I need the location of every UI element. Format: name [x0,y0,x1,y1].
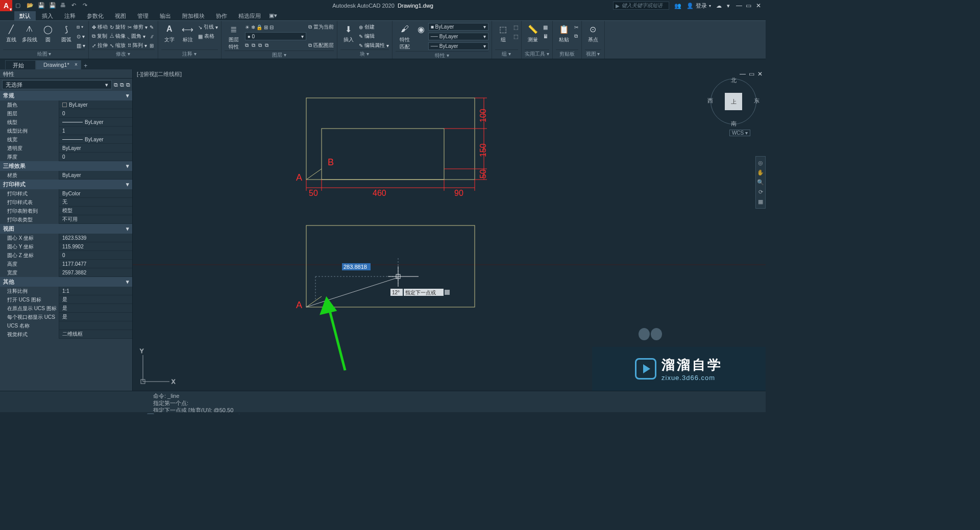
layer-tool1[interactable]: ⧉ [245,41,249,49]
tab-view[interactable]: 视图 [110,11,131,20]
property-row[interactable]: 打开 UCS 图标是 [0,295,132,304]
panel-group-title[interactable]: 组 ▾ [495,49,518,59]
panel-util-title[interactable]: 实用工具 ▾ [525,49,549,59]
trim-button[interactable]: ✂ 修剪 ▾ [128,23,148,31]
property-row[interactable]: 线宽ByLayer [0,135,132,144]
nav-orbit-icon[interactable]: ⟳ [758,189,763,195]
cat-misc[interactable]: 其他▾ [0,277,132,287]
property-row[interactable]: 打印表附着到模型 [0,207,132,215]
color-combobox[interactable]: ■ ByLayer▾ [428,23,488,31]
circle-button[interactable]: ◯圆 [40,23,56,43]
property-row[interactable]: 厚度0 [0,153,132,161]
panel-block-title[interactable]: 块 ▾ [340,49,389,59]
stretch-button[interactable]: ⤢ 拉伸 [92,41,108,49]
modify-icon3[interactable]: ⊞ [150,41,155,49]
draw-more3[interactable]: ▥ ▾ [77,41,85,49]
color-big-button[interactable]: ◉ [416,23,426,35]
nav-pan-icon[interactable]: ✋ [757,169,764,176]
qat-saveas-icon[interactable]: 💾 [49,2,56,9]
help-search-input[interactable]: ▶ 键入关键字或短语 [613,2,669,10]
qat-save-icon[interactable]: 💾 [38,2,45,9]
cat-general[interactable]: 常规▾ [0,91,132,100]
property-row[interactable]: 线型比例1 [0,127,132,135]
group-tool1[interactable]: ⬚ [513,23,518,31]
infocenter-icon[interactable]: 👥 [674,3,681,9]
tab-addins[interactable]: 附加模块 [177,11,210,20]
close-tab-icon[interactable]: × [75,62,78,67]
sign-in-button[interactable]: 👤登录▾ [687,2,711,10]
lineweight-combobox[interactable]: ── ByLayer▾ [428,33,488,40]
modify-icon1[interactable]: ✎ [150,23,155,31]
tab-insert[interactable]: 插入 [37,11,58,20]
tab-expand-icon[interactable]: ▣▾ [267,11,279,20]
select-objects-icon[interactable]: ⧉ [120,82,124,88]
copy-button[interactable]: ⧉ 复制 [92,32,108,40]
layer-tool2[interactable]: ⧉ [252,41,255,49]
panel-view-title[interactable]: 视图 ▾ [585,49,601,59]
property-row[interactable]: 圆心 Z 坐标0 [0,251,132,260]
table-button[interactable]: ▦ 表格 [198,32,218,40]
arc-button[interactable]: ⟆圆弧 [58,23,75,43]
minimize-button[interactable]: — [735,2,743,9]
close-button[interactable]: ✕ [754,2,763,9]
draw-more2[interactable]: ⊙ ▾ [77,32,85,40]
tab-collab[interactable]: 协作 [211,11,232,20]
layer-properties-button[interactable]: ≣图层 特性 [225,23,243,51]
help-dropdown-icon[interactable]: ▾ [727,3,730,9]
match-layer-button[interactable]: ⧉ 匹配图层 [308,41,334,49]
make-current-button[interactable]: ⧉ 置为当前 [308,23,334,31]
dimension-button[interactable]: ⟷标注 [180,23,196,43]
rotate-button[interactable]: ↻ 旋转 [110,23,126,31]
command-line[interactable]: ✕ ▸ ▾ LINE 指定下一点或[退出(E) 放弃(U)]: [0,412,766,414]
property-row[interactable]: 打印样式表无 [0,198,132,207]
cat-view[interactable]: 视图▾ [0,224,132,234]
tab-default[interactable]: 默认 [14,11,36,20]
drawing-canvas[interactable]: [-][俯视][二维线框] — ▭ ✕ A B 50 [133,69,766,391]
qat-plot-icon[interactable]: 🖶 [60,2,67,9]
property-row[interactable]: 打印表类型不可用 [0,215,132,224]
mirror-button[interactable]: ⧊ 镜像 [110,32,126,40]
linetype-combobox[interactable]: ── ByLayer▾ [428,42,488,50]
property-row[interactable]: 线型ByLayer [0,118,132,127]
tab-start[interactable]: 开始 [5,60,36,69]
property-row[interactable]: 透明度ByLayer [0,144,132,153]
tab-output[interactable]: 输出 [155,11,176,20]
insert-block-button[interactable]: ⬇插入 [340,23,357,43]
paste-button[interactable]: 📋粘贴 [556,23,572,43]
property-row[interactable]: 宽度2597.3882 [0,268,132,277]
text-button[interactable]: A文字 [161,23,178,43]
property-row[interactable]: 每个视口都显示 UCS是 [0,313,132,321]
nav-wheel-icon[interactable]: ◎ [758,160,763,166]
nav-showmotion-icon[interactable]: ▦ [758,198,763,205]
modify-icon2[interactable]: ⫽ [150,32,155,40]
match-properties-button[interactable]: 🖌特性 匹配 [396,23,414,51]
add-tab-button[interactable]: + [81,62,90,69]
layer-tool4[interactable]: ⧉ [265,41,268,49]
tab-parametric[interactable]: 参数化 [82,11,109,20]
scale-button[interactable]: ⤡ 缩放 [110,41,126,49]
maximize-button[interactable]: ▭ [745,2,753,9]
tab-manage[interactable]: 管理 [132,11,154,20]
panel-annot-title[interactable]: 注释 ▾ [161,49,218,59]
property-row[interactable]: UCS 名称 [0,321,132,330]
property-row[interactable]: 注释比例1:1 [0,287,132,295]
polyline-button[interactable]: ⩚多段线 [21,23,38,43]
util-tool2[interactable]: 🖩 [543,32,548,40]
qat-undo-icon[interactable]: ↶ [71,2,79,9]
property-row[interactable]: 圆心 Y 坐标115.9902 [0,242,132,251]
a360-icon[interactable]: ☁ [716,3,722,9]
panel-draw-title[interactable]: 绘图 ▾ [3,49,85,59]
tab-annotate[interactable]: 注释 [59,11,81,20]
tab-drawing1[interactable]: Drawing1*× [36,60,81,69]
create-block-button[interactable]: ⊕ 创建 [359,23,389,31]
selection-combobox[interactable]: 无选择▾ [2,80,112,89]
app-menu-button[interactable]: A [0,0,12,11]
qat-new-icon[interactable]: ▢ [15,2,22,9]
edit-block-button[interactable]: ✎ 编辑 [359,32,389,40]
panel-modify-title[interactable]: 修改 ▾ [92,49,155,59]
viewcube[interactable]: 上 北 南 东 西 [710,79,756,124]
layer-combobox[interactable]: ● 0▾ [245,32,306,40]
property-row[interactable]: 在原点显示 UCS 图标是 [0,304,132,313]
panel-props-title[interactable]: 特性 ▾ [396,51,488,60]
property-row[interactable]: 圆心 X 坐标1623.5339 [0,234,132,242]
